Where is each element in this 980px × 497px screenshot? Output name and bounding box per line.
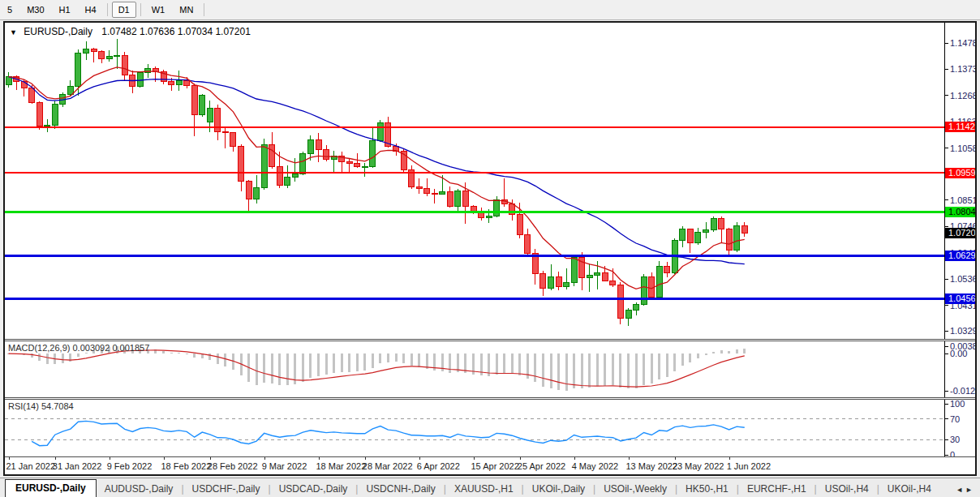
macd-canvas[interactable]: [5, 341, 975, 397]
level-price-label: 1.11422: [945, 122, 975, 132]
timeframe-button-w1[interactable]: W1: [145, 2, 172, 18]
date-tick: [729, 457, 730, 460]
date-tick: [164, 457, 165, 460]
chart-tab-xauusdh1[interactable]: XAUUSD-,H1: [446, 481, 522, 497]
date-tick: [210, 457, 211, 460]
chart-tab-ukoildaily[interactable]: UKOil-,Daily: [524, 481, 593, 497]
chart-window: ▼ EURUSD-,Daily 1.07482 1.07636 1.07034 …: [3, 21, 977, 476]
date-tick: [264, 457, 265, 460]
level-price-label: 1.06297: [945, 251, 975, 261]
timeframe-toolbar: 5M30H1H4D1W1MN: [0, 0, 980, 20]
price-tick-label: 1.14780: [950, 38, 975, 48]
macd-pane[interactable]: MACD(12,26,9) 0.003092 0.001857 0.003814…: [5, 341, 975, 397]
date-label: 15 Apr 2022: [471, 461, 519, 471]
timeframe-button-mn[interactable]: MN: [173, 2, 200, 18]
chart-tab-eurusddaily[interactable]: EURUSD-,Daily: [5, 479, 97, 497]
chart-title: ▼ EURUSD-,Daily 1.07482 1.07636 1.07034 …: [10, 26, 251, 37]
date-label: 6 Apr 2022: [417, 461, 460, 471]
macd-axis-label: 0.00: [950, 349, 967, 358]
chart-tab-usdchfdaily[interactable]: USDCHF-,Daily: [184, 481, 269, 497]
date-label: 4 May 2022: [572, 461, 618, 471]
chart-tabbar: EURUSD-,DailyAUDUSD-,Daily|USDCHF-,Daily…: [0, 478, 980, 497]
level-price-label: 1.09596: [945, 168, 975, 178]
timeframe-button-d1[interactable]: D1: [112, 2, 136, 18]
symbol-label: EURUSD-,Daily: [24, 26, 92, 37]
price-tick-label: 1.10580: [950, 144, 975, 153]
date-tick: [574, 457, 575, 460]
date-label: 18 Mar 2022: [316, 461, 367, 471]
toolbar-separator: [204, 3, 204, 16]
date-tick: [319, 457, 320, 460]
date-label: 23 May 2022: [673, 461, 724, 471]
rsi-axis-label: 100: [950, 400, 965, 409]
ohlc-values: 1.07482 1.07636 1.07034 1.07201: [101, 26, 251, 37]
price-tick-label: 1.08510: [950, 195, 975, 205]
timeframe-button-m30[interactable]: M30: [20, 2, 50, 18]
date-tick: [9, 457, 10, 460]
date-label: 18 Feb 2022: [161, 461, 212, 471]
timeframe-button-5[interactable]: 5: [1, 2, 19, 18]
rsi-canvas[interactable]: [5, 400, 975, 456]
date-label: 31 Jan 2022: [53, 461, 102, 471]
price-chart-canvas[interactable]: [5, 23, 975, 339]
collapse-triangle-icon[interactable]: ▼: [10, 28, 17, 36]
timeframe-button-h1[interactable]: H1: [53, 2, 77, 18]
date-tick: [474, 457, 475, 460]
date-label: 9 Feb 2022: [107, 461, 153, 471]
date-tick: [110, 457, 110, 460]
chart-tab-usdcaddaily[interactable]: USDCAD-,Daily: [271, 481, 356, 497]
rsi-pane[interactable]: RSI(14) 54.7084 10070300: [5, 400, 975, 456]
date-tick: [419, 457, 420, 460]
date-tick: [520, 457, 521, 460]
tabs-scroll-left-icon[interactable]: ◄: [956, 486, 965, 494]
chart-tab-usdcnhdaily[interactable]: USDCNH-,Daily: [358, 481, 443, 497]
date-tick: [55, 457, 56, 460]
price-tick-label: 1.05360: [950, 274, 975, 284]
macd-axis-label: -0.012072: [950, 386, 975, 396]
date-label: 9 Mar 2022: [262, 461, 307, 471]
chart-tab-usoilweekly[interactable]: USOil-,Weekly: [595, 481, 675, 497]
chart-tab-eurchfh1[interactable]: EURCHF-,H1: [739, 481, 815, 497]
chart-tab-audusddaily[interactable]: AUDUSD-,Daily: [97, 481, 182, 497]
date-axis: 21 Jan 202231 Jan 20229 Feb 202218 Feb 2…: [5, 456, 975, 474]
level-price-label: 1.08044: [945, 207, 975, 217]
date-label: 21 Jan 2022: [6, 461, 56, 471]
macd-label: MACD(12,26,9) 0.003092 0.001857: [8, 343, 149, 353]
price-tick-label: 1.03290: [950, 326, 975, 336]
rsi-axis-label: 0: [950, 450, 955, 456]
toolbar-separator: [107, 3, 108, 16]
current-price-label: 1.07201: [945, 228, 975, 238]
toolbar-separator: [140, 3, 141, 16]
date-tick: [675, 457, 676, 460]
tabs-scroll-arrows[interactable]: ◄►: [956, 486, 980, 497]
tabs-scroll-right-icon[interactable]: ►: [965, 486, 975, 494]
rsi-label: RSI(14) 54.7084: [8, 401, 74, 411]
rsi-axis-label: 70: [950, 414, 960, 424]
price-tick-label: 1.12680: [950, 91, 975, 101]
price-tick-label: 1.13730: [950, 64, 975, 74]
date-label: 1 Jun 2022: [727, 461, 771, 471]
rsi-axis-label: 30: [950, 435, 960, 444]
date-label: 25 Apr 2022: [518, 461, 565, 471]
chart-tab-hk50h1[interactable]: HK50-,H1: [677, 481, 737, 497]
date-label: 28 Mar 2022: [363, 461, 413, 471]
date-label: 28 Feb 2022: [208, 461, 258, 471]
date-tick: [629, 457, 630, 460]
date-tick: [365, 457, 366, 460]
date-label: 13 May 2022: [626, 461, 678, 471]
chart-tab-ukoilh4[interactable]: UKOil-,H4: [879, 481, 939, 497]
timeframe-button-h4[interactable]: H4: [79, 2, 103, 18]
price-pane[interactable]: ▼ EURUSD-,Daily 1.07482 1.07636 1.07034 …: [5, 23, 975, 339]
level-price-label: 1.04562: [945, 293, 975, 304]
chart-tab-usoilh4[interactable]: USOil-,H4: [817, 481, 877, 497]
